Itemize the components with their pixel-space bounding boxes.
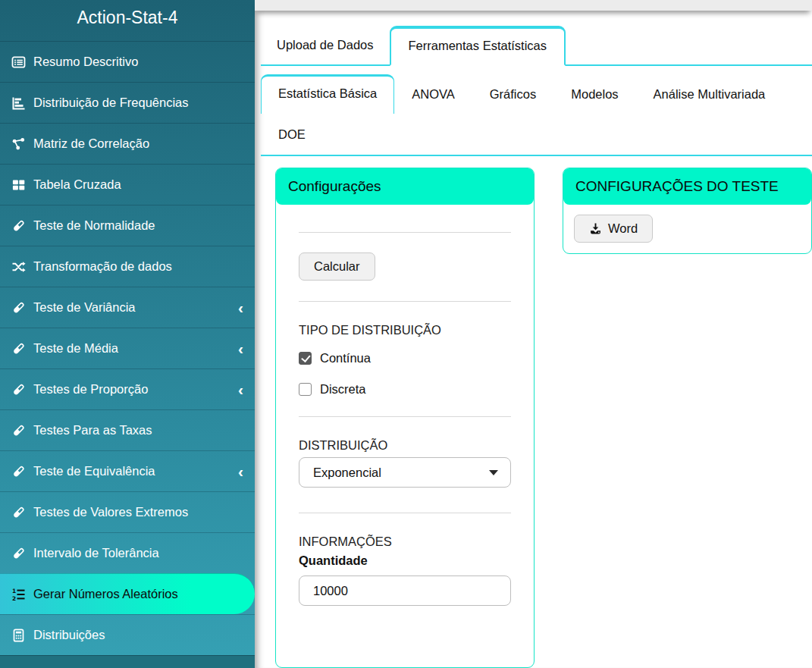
divider: [299, 416, 511, 417]
sidebar-item-distribuicoes[interactable]: Distribuições: [0, 614, 255, 655]
bar-chart-horizontal-icon: [11, 96, 27, 110]
sidebar-item-testes-de-valores-extremos[interactable]: Testes de Valores Extremos: [0, 491, 255, 532]
chevron-left-icon[interactable]: ‹: [238, 381, 243, 397]
main-tab-bar: Upload de Dados Ferramentas Estatísticas: [261, 26, 812, 66]
list-alt-icon: [11, 55, 27, 69]
continua-checkbox[interactable]: [299, 352, 312, 365]
calcular-button[interactable]: Calcular: [299, 252, 375, 281]
shuffle-icon: [11, 259, 27, 274]
checkbox-row-discreta[interactable]: Discreta: [299, 382, 511, 397]
vial-icon: [11, 218, 27, 233]
word-download-button[interactable]: Word: [574, 215, 653, 243]
tab-upload-de-dados[interactable]: Upload de Dados: [261, 26, 390, 64]
tab-ferramentas-estatisticas[interactable]: Ferramentas Estatísticas: [390, 26, 566, 66]
divider: [299, 301, 511, 302]
sidebar-item-label: Matriz de Correlação: [33, 136, 149, 151]
vial-icon: [11, 341, 27, 356]
tipo-de-distribuicao-heading: TIPO DE DISTRIBUIÇÃO: [299, 323, 511, 337]
download-icon: [589, 222, 602, 235]
discreta-checkbox[interactable]: [299, 383, 312, 396]
tab-analise-multivariada[interactable]: Análise Multivariada: [636, 74, 783, 114]
sidebar-item-label: Teste de Variância: [33, 300, 136, 315]
sidebar-item-label: Testes de Valores Extremos: [33, 505, 188, 519]
discreta-checkbox-label: Discreta: [320, 382, 366, 397]
sidebar-item-label: Teste de Média: [33, 341, 118, 356]
sidebar-footer: [0, 655, 255, 668]
list-ol-icon: 12: [11, 587, 27, 601]
sidebar-item-label: Distribuições: [33, 628, 105, 642]
sidebar-item-intervalo-de-tolerancia[interactable]: Intervalo de Tolerância: [0, 532, 255, 573]
word-button-label: Word: [608, 221, 638, 236]
sidebar-item-testes-para-as-taxas[interactable]: Testes Para as Taxas: [0, 409, 255, 450]
configuracoes-panel: Configurações Calcular TIPO DE DISTRIBUI…: [275, 168, 535, 668]
sidebar-item-label: Teste de Normalidade: [33, 218, 155, 233]
sidebar: Action-Stat-4 Resumo Descritivo Distribu…: [0, 0, 255, 668]
tab-doe[interactable]: DOE: [261, 114, 323, 155]
sidebar-item-resumo-descritivo[interactable]: Resumo Descritivo: [0, 41, 255, 82]
tab-graficos[interactable]: Gráficos: [472, 74, 553, 114]
distribuicao-select[interactable]: Exponencial: [299, 457, 511, 488]
calculator-icon: [11, 628, 27, 642]
sidebar-item-label: Resumo Descritivo: [33, 55, 138, 69]
tab-estatistica-basica[interactable]: Estatística Básica: [261, 74, 394, 114]
chevron-left-icon[interactable]: ‹: [238, 340, 243, 356]
configuracoes-panel-body: Calcular TIPO DE DISTRIBUIÇÃO Contínua D…: [276, 232, 534, 636]
divider: [299, 232, 511, 233]
sub-tab-bar: Estatística Básica ANOVA Gráficos Modelo…: [261, 74, 812, 156]
panels-row: Configurações Calcular TIPO DE DISTRIBUI…: [275, 168, 812, 668]
chevron-left-icon[interactable]: ‹: [238, 299, 243, 315]
sidebar-item-testes-de-proporcao[interactable]: Testes de Proporção ‹: [0, 368, 255, 409]
sidebar-item-label: Testes de Proporção: [33, 382, 148, 397]
app-window: Action-Stat-4 Resumo Descritivo Distribu…: [0, 0, 812, 668]
sidebar-item-distribuicao-de-frequencias[interactable]: Distribuição de Frequências: [0, 82, 255, 123]
sidebar-item-teste-de-media[interactable]: Teste de Média ‹: [0, 328, 255, 368]
sidebar-item-transformacao-de-dados[interactable]: Transformação de dados: [0, 246, 255, 287]
sidebar-item-gerar-numeros-aleatorios[interactable]: 12 Gerar Números Aleatórios: [0, 573, 255, 614]
sidebar-item-label: Transformação de dados: [33, 259, 172, 274]
quantidade-label: Quantidade: [299, 554, 511, 568]
tab-anova[interactable]: ANOVA: [394, 74, 472, 114]
svg-text:1: 1: [12, 588, 16, 594]
sidebar-item-label: Tabela Cruzada: [33, 177, 121, 192]
continua-checkbox-label: Contínua: [320, 351, 371, 365]
svg-text:2: 2: [12, 595, 16, 601]
sidebar-item-label: Intervalo de Tolerância: [33, 546, 159, 560]
configuracoes-do-teste-panel: CONFIGURAÇÕES DO TESTE Word: [563, 168, 812, 254]
sidebar-item-teste-de-equivalencia[interactable]: Teste de Equivalência ‹: [0, 450, 255, 491]
content-area: Upload de Dados Ferramentas Estatísticas…: [255, 11, 812, 668]
divider: [299, 513, 511, 513]
app-title: Action-Stat-4: [0, 0, 255, 41]
sidebar-item-teste-de-variancia[interactable]: Teste de Variância ‹: [0, 287, 255, 328]
quantidade-input[interactable]: [299, 575, 511, 606]
configuracoes-do-teste-panel-body: Word: [563, 205, 811, 253]
sidebar-item-teste-de-normalidade[interactable]: Teste de Normalidade: [0, 205, 255, 246]
distribuicao-selected-value: Exponencial: [313, 466, 381, 480]
vial-icon: [11, 423, 27, 437]
sidebar-item-label: Teste de Equivalência: [33, 464, 155, 478]
informacoes-heading: INFORMAÇÕES: [299, 535, 511, 549]
configuracoes-do-teste-panel-header: CONFIGURAÇÕES DO TESTE: [563, 168, 811, 205]
sidebar-item-tabela-cruzada[interactable]: Tabela Cruzada: [0, 164, 255, 205]
top-header-bar: [255, 0, 812, 11]
table-cells-icon: [11, 177, 27, 192]
configuracoes-panel-header: Configurações: [276, 168, 534, 205]
vial-icon: [11, 382, 27, 397]
vial-icon: [11, 300, 27, 315]
chevron-left-icon[interactable]: ‹: [238, 463, 243, 478]
caret-down-icon: [489, 470, 498, 475]
sidebar-item-label: Testes Para as Taxas: [33, 423, 152, 437]
vial-icon: [11, 505, 27, 519]
vial-icon: [11, 546, 27, 560]
tab-modelos[interactable]: Modelos: [553, 74, 635, 114]
sidebar-item-matriz-de-correlacao[interactable]: Matriz de Correlação: [0, 123, 255, 164]
vial-icon: [11, 464, 27, 478]
sidebar-item-label: Gerar Números Aleatórios: [33, 587, 178, 601]
share-nodes-icon: [11, 136, 27, 151]
sidebar-item-label: Distribuição de Frequências: [33, 96, 189, 110]
main-area: Upload de Dados Ferramentas Estatísticas…: [255, 0, 812, 668]
checkbox-row-continua[interactable]: Contínua: [299, 351, 511, 365]
distribuicao-heading: DISTRIBUIÇÃO: [299, 438, 511, 453]
